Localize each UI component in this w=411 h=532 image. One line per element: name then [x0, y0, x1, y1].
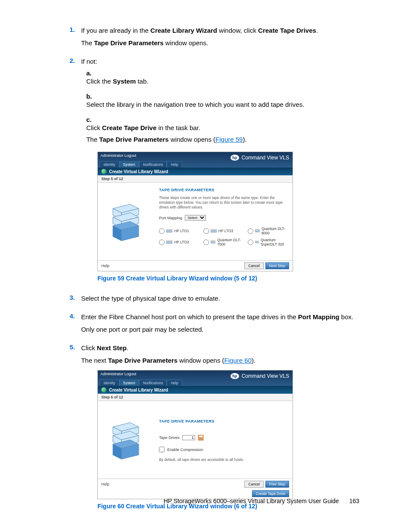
tab-help[interactable]: Help	[167, 380, 182, 386]
tape-drive-icon	[255, 240, 259, 244]
tab-notifications[interactable]: Notifications	[139, 380, 167, 386]
radio-hp-lto1[interactable]: HP LTO1	[159, 227, 199, 235]
text: Click	[81, 344, 97, 352]
text: Enter the Fibre Channel host port on whi…	[81, 313, 298, 320]
svg-rect-18	[211, 241, 215, 242]
doc-title: HP StorageWorks 6000–series Virtual Libr…	[164, 498, 339, 504]
substep-a-marker: a.	[86, 69, 95, 77]
svg-rect-20	[255, 241, 259, 242]
text: Select the library in the navigation tre…	[86, 100, 345, 109]
enable-compression-checkbox[interactable]	[159, 447, 165, 452]
prev-step-button[interactable]: Prev Step	[265, 481, 289, 488]
status-dot-icon	[101, 387, 106, 392]
radio-label: HP LTO2	[174, 240, 189, 244]
port-mapping-select[interactable]: Select	[185, 215, 206, 221]
hp-logo-icon: hp	[230, 155, 239, 161]
text: .	[316, 27, 318, 34]
radio-quantum-dlt-8000[interactable]: Quantum DLT-8000	[248, 227, 288, 235]
radio-label: HP LTO1	[174, 229, 189, 233]
tab-system[interactable]: System	[119, 380, 139, 386]
create-tape-drive-button[interactable]: Create Tape Drive	[252, 490, 289, 497]
figure-link-60[interactable]: Figure 60	[224, 357, 252, 364]
section-title: TAPE DRIVE PARAMETERS	[159, 419, 287, 423]
radio-label: HP LTO3	[218, 229, 234, 233]
wizard-name: Create Library Wizard	[150, 27, 217, 34]
procedure-list: 1. If you are already in the Create Libr…	[65, 26, 359, 516]
section-title: TAPE DRIVE PARAMETERS	[159, 188, 287, 192]
svg-point-32	[199, 438, 200, 439]
wizard-title: Create Virtual Library Wizard	[109, 169, 168, 174]
radio-label: Quantum SuperDLT 320	[261, 238, 287, 246]
brand-text: Command View VLS	[242, 373, 290, 379]
footer-help-link[interactable]: Help	[101, 264, 109, 268]
field-name: Port Mapping	[298, 313, 339, 320]
enable-compression-label: Enable Compression	[167, 448, 203, 452]
text: The	[81, 39, 94, 47]
tab-identity[interactable]: Identity	[100, 161, 119, 168]
hp-logo-icon: hp	[230, 373, 239, 379]
tape-drive-icon	[166, 240, 172, 244]
radio-input[interactable]	[248, 240, 253, 245]
svg-rect-16	[166, 240, 172, 242]
status-dot-icon	[101, 169, 106, 174]
radio-hp-lto3[interactable]: HP LTO3	[203, 227, 243, 235]
text: Click	[86, 124, 102, 131]
step-1: 1. If you are already in the Create Libr…	[65, 26, 359, 51]
radio-input[interactable]	[159, 228, 165, 234]
substep-b-marker: b.	[86, 93, 95, 100]
text: window, click	[217, 27, 258, 34]
svg-point-36	[200, 439, 201, 440]
text: The next	[81, 357, 108, 364]
radio-quantum-dlt-7000[interactable]: Quantum DLT-7000	[203, 238, 243, 246]
footer-help-link[interactable]: Help	[101, 482, 109, 486]
tape-drive-icon	[166, 229, 172, 233]
text: Click the	[86, 78, 113, 85]
tab-notifications[interactable]: Notifications	[139, 161, 167, 168]
text: in the task bar.	[156, 124, 200, 131]
tape-drive-icon	[255, 229, 260, 233]
text: If not:	[81, 57, 358, 66]
wizard-title: Create Virtual Library Wizard	[109, 388, 168, 392]
svg-point-37	[202, 439, 202, 440]
text: Only one port or port pair may be select…	[81, 325, 358, 334]
brand-text: Command View VLS	[242, 155, 290, 161]
text: If you are already in the	[81, 27, 150, 34]
svg-point-33	[200, 438, 201, 439]
tab-system[interactable]: System	[119, 161, 139, 168]
text: window opens.	[164, 39, 208, 47]
calculator-icon[interactable]	[198, 435, 204, 441]
radio-quantum-superdlt-320[interactable]: Quantum SuperDLT 320	[248, 238, 288, 246]
radio-label: Quantum DLT-7000	[217, 238, 243, 246]
radio-input[interactable]	[159, 240, 165, 245]
cancel-button[interactable]: Cancel	[244, 481, 263, 488]
radio-input[interactable]	[203, 240, 209, 245]
text: tab.	[136, 78, 148, 85]
window-name: Tape Drive Parameters	[108, 357, 177, 364]
tab-identity[interactable]: Identity	[100, 380, 119, 386]
substep-list: a. Click the System tab. b. Select the l…	[81, 69, 358, 146]
tab-help[interactable]: Help	[167, 161, 182, 168]
svg-rect-31	[199, 436, 202, 437]
tape-drives-input[interactable]	[182, 435, 195, 440]
action-name: Create Tape Drive	[102, 124, 156, 131]
window-name: Tape Drive Parameters	[99, 136, 168, 143]
port-mapping-label: Port Mapping	[159, 216, 182, 220]
page-number: 163	[349, 498, 359, 504]
wizard-step-indicator: Step 6 of 12	[98, 394, 293, 401]
radio-input[interactable]	[203, 228, 209, 234]
radio-input[interactable]	[248, 228, 253, 234]
svg-point-35	[199, 439, 200, 440]
cancel-button[interactable]: Cancel	[244, 262, 263, 269]
text: ).	[243, 136, 246, 143]
svg-point-34	[202, 438, 202, 439]
step-4: 4. Enter the Fibre Channel host port on …	[65, 312, 359, 337]
wizard-step-indicator: Step 5 of 12	[98, 175, 293, 183]
radio-hp-lto2[interactable]: HP LTO2	[159, 238, 199, 246]
figure-59-caption: Figure 59 Create Virtual Library Wizard …	[97, 275, 358, 282]
next-step-button[interactable]: Next Step	[265, 262, 289, 269]
text: .	[127, 344, 128, 352]
svg-rect-12	[211, 229, 217, 230]
step-4-marker: 4.	[65, 312, 75, 320]
figure-link-59[interactable]: Figure 59	[215, 136, 243, 143]
figure-59: Administrator Logout Identity System Not…	[97, 152, 358, 271]
